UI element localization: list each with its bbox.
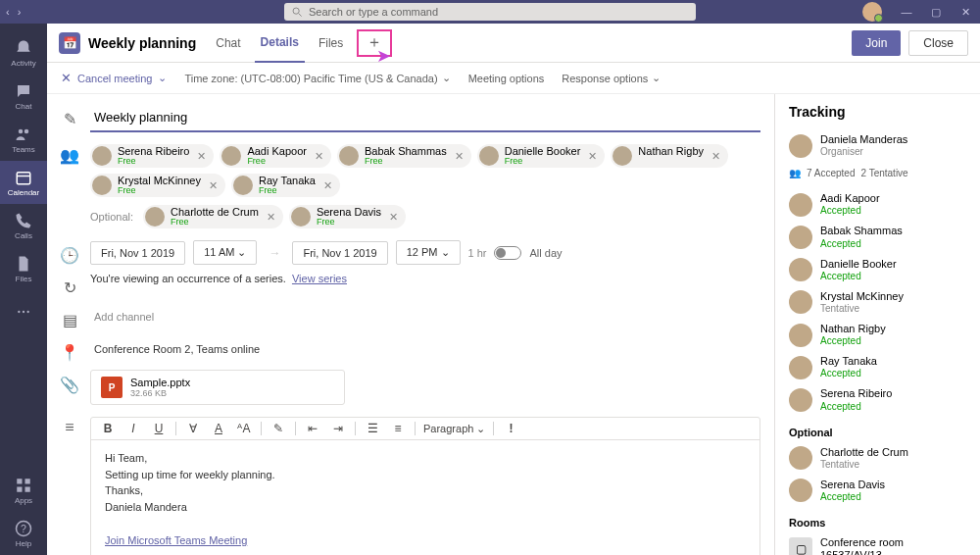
rail-files[interactable]: Files <box>0 247 47 290</box>
search-input[interactable]: Search or type a command <box>284 3 696 21</box>
options-bar: ✕Cancel meeting⌄ Time zone: (UTC-08:00) … <box>47 63 980 94</box>
italic-button[interactable]: I <box>124 422 142 435</box>
svg-rect-4 <box>17 172 30 183</box>
outdent-button[interactable]: ⇤ <box>304 422 321 435</box>
end-date-field[interactable]: Fri, Nov 1 2019 <box>292 241 387 265</box>
tracking-row: Serena RibeiroAccepted <box>789 383 966 416</box>
nav-forward[interactable]: › <box>18 6 22 18</box>
avatar-icon <box>291 207 311 227</box>
remove-chip-icon[interactable]: ✕ <box>453 150 466 163</box>
remove-chip-icon[interactable]: ✕ <box>586 150 599 163</box>
attendee-chip[interactable]: Charlotte de CrumFree✕ <box>143 205 283 228</box>
user-avatar[interactable] <box>862 2 882 22</box>
attendee-chip[interactable]: Serena RibeiroFree✕ <box>90 144 214 168</box>
highlight-button[interactable]: ∀ <box>184 422 202 435</box>
start-date-field[interactable]: Fri, Nov 1 2019 <box>90 241 185 265</box>
rail-chat[interactable]: Chat <box>0 75 47 118</box>
body-icon: ≡ <box>61 413 78 436</box>
rail-help[interactable]: ?Help <box>0 512 47 555</box>
rooms-section: Rooms <box>789 517 966 529</box>
numbers-button[interactable]: ≡ <box>389 422 407 435</box>
remove-chip-icon[interactable]: ✕ <box>387 211 400 224</box>
pencil-icon: ✎ <box>61 104 78 128</box>
timezone-dropdown[interactable]: Time zone: (UTC-08:00) Pacific Time (US … <box>184 72 450 84</box>
channel-input[interactable]: Add channel <box>90 305 760 328</box>
end-time-field[interactable]: 12 PM ⌄ <box>396 240 461 265</box>
tab-details[interactable]: Details <box>255 24 305 63</box>
recur-icon: ↻ <box>61 273 78 297</box>
remove-chip-icon[interactable]: ✕ <box>207 179 220 192</box>
important-button[interactable]: ! <box>502 422 519 435</box>
arrow-icon: → <box>265 246 284 260</box>
join-button[interactable]: Join <box>852 30 901 56</box>
view-series-link[interactable]: View series <box>292 273 347 284</box>
channel-icon: ▤ <box>61 305 78 329</box>
tracking-row: Aadi KapoorAccepted <box>789 188 966 221</box>
meeting-form: ✎ 👥 Serena RibeiroFree✕Aadi KapoorFree✕B… <box>47 94 774 555</box>
attendee-chip[interactable]: Danielle BookerFree✕ <box>477 144 606 168</box>
cancel-meeting-button[interactable]: ✕Cancel meeting⌄ <box>61 71 167 85</box>
paragraph-dropdown[interactable]: Paragraph ⌄ <box>423 423 485 435</box>
attendee-chip[interactable]: Ray TanakaFree✕ <box>231 174 340 197</box>
start-time-field[interactable]: 11 AM ⌄ <box>193 240 257 265</box>
rail-teams[interactable]: Teams <box>0 118 47 161</box>
remove-chip-icon[interactable]: ✕ <box>265 211 277 224</box>
search-icon <box>292 7 303 18</box>
attendee-chip[interactable]: Krystal McKinneyFree✕ <box>90 174 225 197</box>
avatar-icon <box>233 176 253 195</box>
rail-apps[interactable]: Apps <box>0 469 47 512</box>
join-teams-meeting-link[interactable]: Join Microsoft Teams Meeting <box>105 532 746 549</box>
remove-chip-icon[interactable]: ✕ <box>710 150 722 163</box>
meeting-options-link[interactable]: Meeting options <box>468 73 545 84</box>
tracking-row: Babak ShammasAccepted <box>789 221 966 253</box>
svg-point-0 <box>293 8 299 14</box>
svg-point-7 <box>23 311 24 313</box>
bold-button[interactable]: B <box>99 422 117 435</box>
close-window-button[interactable]: ✕ <box>951 0 980 24</box>
close-button[interactable]: Close <box>908 30 968 56</box>
attachment-item[interactable]: P Sample.pptx 32.66 KB <box>90 370 345 405</box>
tracking-title: Tracking <box>789 104 966 120</box>
underline-button[interactable]: U <box>150 422 168 435</box>
titlebar: ‹ › Search or type a command ― ▢ ✕ <box>0 0 980 24</box>
tab-files[interactable]: Files <box>313 24 349 63</box>
organiser-row: Daniela Manderas Organiser <box>789 129 966 162</box>
svg-point-6 <box>18 311 20 313</box>
bullets-button[interactable]: ☰ <box>364 422 381 435</box>
tracking-row: Ray TanakaAccepted <box>789 351 966 383</box>
add-tab-button[interactable]: ＋➤ <box>357 29 392 57</box>
maximize-button[interactable]: ▢ <box>921 0 951 24</box>
tracking-row: Krystal McKinneyTentative <box>789 286 966 319</box>
rail-calendar[interactable]: Calendar <box>0 161 47 204</box>
fontsize-button[interactable]: ᴬA <box>235 422 253 435</box>
attendee-chip[interactable]: Serena DavisFree✕ <box>289 205 406 228</box>
optional-section: Optional <box>789 427 966 438</box>
remove-chip-icon[interactable]: ✕ <box>321 179 334 192</box>
title-input[interactable] <box>90 104 760 132</box>
duration-label: 1 hr <box>468 247 487 259</box>
indent-button[interactable]: ⇥ <box>329 422 347 435</box>
minimize-button[interactable]: ― <box>892 0 921 24</box>
rail-more[interactable] <box>0 290 47 333</box>
allday-toggle[interactable] <box>494 246 521 260</box>
rail-activity[interactable]: Activity <box>0 31 47 75</box>
response-options-dropdown[interactable]: Response options⌄ <box>562 72 661 84</box>
svg-point-3 <box>24 128 29 133</box>
svg-line-1 <box>299 13 302 16</box>
tab-chat[interactable]: Chat <box>210 24 246 63</box>
location-input[interactable]: Conference Room 2, Teams online <box>90 337 760 361</box>
nav-back[interactable]: ‹ <box>6 6 10 18</box>
remove-chip-icon[interactable]: ✕ <box>313 150 325 163</box>
attendee-chip[interactable]: Nathan Rigby ✕ <box>611 144 728 168</box>
series-text: You're viewing an occurrence of a series… <box>90 273 286 284</box>
fontcolor-button[interactable]: A <box>210 422 227 435</box>
attendee-chip[interactable]: Aadi KapoorFree✕ <box>220 144 331 168</box>
rail-calls[interactable]: Calls <box>0 204 47 247</box>
remove-chip-icon[interactable]: ✕ <box>195 150 208 163</box>
editor-body[interactable]: Hi Team, Setting up time for weekly plan… <box>91 440 760 555</box>
attendee-chip[interactable]: Babak ShammasFree✕ <box>337 144 471 168</box>
attendee-chips[interactable]: Serena RibeiroFree✕Aadi KapoorFree✕Babak… <box>90 140 760 201</box>
clearformat-button[interactable]: ✎ <box>270 422 287 435</box>
room-row: ▢ Conference room 16537/AV/13 <box>789 532 966 555</box>
tracking-panel: Tracking Daniela Manderas Organiser 👥 7 … <box>774 94 980 555</box>
